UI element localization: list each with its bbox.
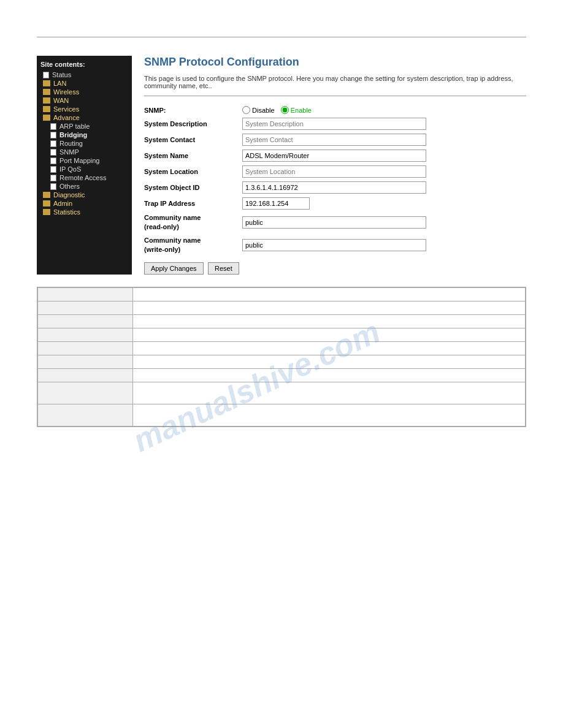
sidebar-item-diagnostic[interactable]: Diagnostic xyxy=(40,191,128,199)
table-cell-label xyxy=(38,328,133,341)
table-row xyxy=(38,382,526,404)
page-icon xyxy=(50,166,56,173)
table-row xyxy=(38,301,526,314)
community-write-value xyxy=(242,239,526,251)
sidebar-item-statistics[interactable]: Statistics xyxy=(40,208,128,216)
folder-icon xyxy=(43,192,50,198)
community-write-label: Community name(write-only) xyxy=(144,236,242,255)
enable-radio[interactable] xyxy=(281,106,289,114)
folder-icon xyxy=(43,200,50,207)
community-read-input[interactable] xyxy=(242,216,426,229)
sidebar-item-admin[interactable]: Admin xyxy=(40,199,128,208)
sidebar-title: Site contents: xyxy=(40,61,128,68)
table-cell-label xyxy=(38,301,133,314)
sidebar-item-services[interactable]: Services xyxy=(40,105,128,113)
folder-icon xyxy=(43,80,50,86)
community-write-input[interactable] xyxy=(242,239,426,251)
system-description-input[interactable] xyxy=(242,118,426,130)
top-divider xyxy=(37,37,526,37)
sidebar: Site contents: Status LAN Wireless WAN S… xyxy=(37,56,132,275)
table-row xyxy=(38,314,526,328)
page-icon xyxy=(50,123,56,130)
table-row xyxy=(38,404,526,426)
system-object-id-row: System Object ID xyxy=(144,181,526,194)
system-object-id-input[interactable] xyxy=(242,181,426,194)
system-contact-value xyxy=(242,134,526,146)
reset-button[interactable]: Reset xyxy=(208,262,239,275)
enable-radio-label[interactable]: Enable xyxy=(281,106,312,114)
table-cell-label xyxy=(38,404,133,426)
trap-ip-row: Trap IP Address xyxy=(144,197,526,210)
page-icon xyxy=(43,72,49,78)
snmp-row: SNMP: Disable Enable xyxy=(144,106,526,114)
system-name-row: System Name xyxy=(144,150,526,162)
snmp-label: SNMP: xyxy=(144,107,242,114)
disable-radio-label[interactable]: Disable xyxy=(242,106,275,114)
sidebar-item-lan[interactable]: LAN xyxy=(40,79,128,88)
table-row xyxy=(38,341,526,355)
table-row xyxy=(38,355,526,368)
page-icon xyxy=(50,183,56,190)
page-icon xyxy=(50,149,56,156)
main-panel: SNMP Protocol Configuration This page is… xyxy=(144,56,526,275)
system-name-input[interactable] xyxy=(242,150,426,162)
system-contact-label: System Contact xyxy=(144,136,242,143)
sidebar-item-status[interactable]: Status xyxy=(40,70,128,79)
table-cell-label xyxy=(38,355,133,368)
sidebar-item-bridging[interactable]: Bridging xyxy=(40,131,128,139)
apply-button[interactable]: Apply Changes xyxy=(144,262,204,275)
snmp-radio-group: Disable Enable xyxy=(242,106,526,114)
table-cell-label xyxy=(38,287,133,301)
bottom-table-wrapper xyxy=(37,287,526,427)
system-description-label: System Description xyxy=(144,120,242,127)
table-row xyxy=(38,287,526,301)
community-read-row: Community name(read-only) xyxy=(144,213,526,232)
system-location-label: System Location xyxy=(144,168,242,175)
community-read-value xyxy=(242,216,526,229)
table-cell-label xyxy=(38,382,133,404)
folder-icon xyxy=(43,106,50,112)
system-description-value xyxy=(242,118,526,130)
system-description-row: System Description xyxy=(144,118,526,130)
page-icon xyxy=(50,157,56,164)
system-contact-input[interactable] xyxy=(242,134,426,146)
form-actions: Apply Changes Reset xyxy=(144,262,526,275)
sidebar-item-others[interactable]: Others xyxy=(40,182,128,191)
system-location-input[interactable] xyxy=(242,165,426,178)
table-cell-value xyxy=(133,314,526,328)
system-name-value xyxy=(242,150,526,162)
page-icon xyxy=(50,132,56,138)
sidebar-item-arp-table[interactable]: ARP table xyxy=(40,122,128,131)
sidebar-item-routing[interactable]: Routing xyxy=(40,139,128,148)
sidebar-item-ip-qos[interactable]: IP QoS xyxy=(40,165,128,173)
table-cell-value xyxy=(133,341,526,355)
system-location-value xyxy=(242,165,526,178)
sidebar-item-wan[interactable]: WAN xyxy=(40,96,128,105)
table-row xyxy=(38,368,526,382)
table-cell-value xyxy=(133,382,526,404)
table-cell-value xyxy=(133,355,526,368)
sidebar-item-port-mapping[interactable]: Port Mapping xyxy=(40,156,128,165)
folder-icon xyxy=(43,115,50,121)
sidebar-item-remote-access[interactable]: Remote Access xyxy=(40,173,128,182)
table-cell-value xyxy=(133,328,526,341)
page-icon xyxy=(50,140,56,147)
table-cell-value xyxy=(133,368,526,382)
bottom-table xyxy=(37,287,526,427)
sidebar-item-wireless[interactable]: Wireless xyxy=(40,88,128,96)
page-description: This page is used to configure the SNMP … xyxy=(144,75,526,96)
table-cell-label xyxy=(38,341,133,355)
page-title: SNMP Protocol Configuration xyxy=(144,56,526,69)
folder-icon xyxy=(43,89,50,95)
community-read-label: Community name(read-only) xyxy=(144,213,242,232)
table-row xyxy=(38,328,526,341)
system-object-id-label: System Object ID xyxy=(144,184,242,191)
folder-icon xyxy=(43,209,50,215)
sidebar-item-advance[interactable]: Advance xyxy=(40,113,128,122)
system-object-id-value xyxy=(242,181,526,194)
page-icon xyxy=(50,175,56,181)
table-cell-value xyxy=(133,301,526,314)
sidebar-item-snmp[interactable]: SNMP xyxy=(40,148,128,156)
trap-ip-input[interactable] xyxy=(242,197,310,210)
disable-radio[interactable] xyxy=(242,106,250,114)
